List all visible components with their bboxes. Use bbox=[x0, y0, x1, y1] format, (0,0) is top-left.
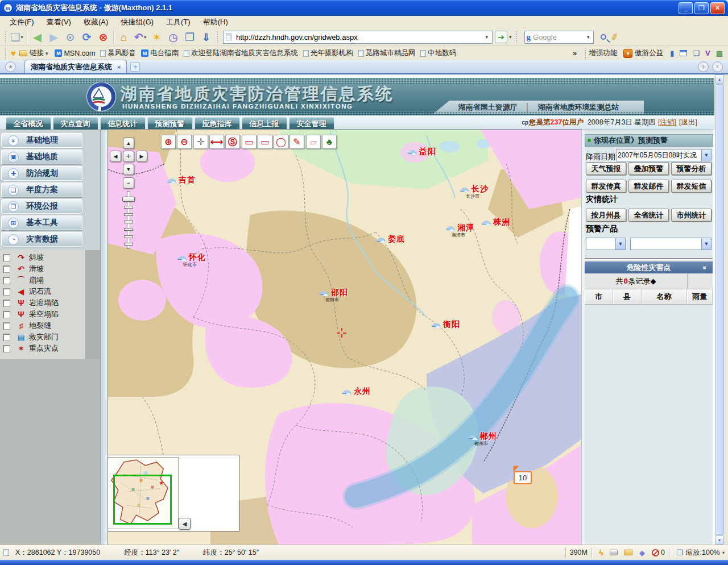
links-folder-label[interactable]: 链接 bbox=[30, 48, 44, 58]
layer-checkbox[interactable] bbox=[3, 322, 10, 330]
new-folder-icon[interactable] bbox=[624, 550, 632, 555]
forward-button[interactable]: ▶ bbox=[46, 30, 62, 45]
link-item[interactable]: 欢迎登陆湖南省地质灾害信息系统 bbox=[184, 48, 298, 58]
home-button[interactable]: ⌂ bbox=[115, 30, 132, 45]
document-icon[interactable]: ❏ bbox=[693, 49, 700, 57]
sidebar-splitter[interactable] bbox=[100, 130, 108, 545]
nav-tab-6[interactable]: 信息上报 bbox=[242, 117, 287, 130]
layer-checkbox[interactable] bbox=[3, 277, 10, 284]
pan-center-button[interactable]: ✛ bbox=[123, 151, 134, 162]
sidebar-item[interactable]: »基础地理 bbox=[1, 133, 82, 148]
select-arrow-icon[interactable]: ▼ bbox=[701, 238, 711, 250]
search-icon[interactable] bbox=[601, 34, 606, 40]
browser-window-icon[interactable] bbox=[680, 50, 687, 56]
scrollbar-thumb[interactable] bbox=[715, 84, 724, 535]
undo-button[interactable]: ↶▾ bbox=[132, 30, 148, 45]
search-engine-dropdown-icon[interactable]: ▾ bbox=[585, 34, 592, 40]
link-item[interactable]: 光年摄影机构 bbox=[303, 48, 353, 58]
plugin-diamond-icon[interactable]: ◆ bbox=[639, 549, 645, 557]
searchbar-grip-handle[interactable] bbox=[516, 31, 518, 43]
menu-item[interactable]: 查看(V) bbox=[40, 16, 77, 28]
boost-lightning-icon[interactable]: ϟ bbox=[599, 548, 603, 558]
active-tab[interactable]: 湖南省地质灾害信息系统 × bbox=[24, 60, 127, 73]
menu-item[interactable]: 快捷组(G) bbox=[114, 16, 160, 28]
pan-tool-button[interactable]: ✛ bbox=[193, 135, 208, 149]
sidebar-item[interactable]: ▣基础地质 bbox=[1, 149, 82, 164]
new-tab-button[interactable]: + bbox=[130, 62, 140, 72]
favorites-star-button[interactable]: ★ bbox=[5, 61, 16, 72]
panel-button[interactable]: 市州统计 bbox=[671, 209, 712, 222]
link-item[interactable]: M电台指南 bbox=[141, 48, 179, 58]
printer-icon[interactable] bbox=[610, 550, 618, 555]
select-circle-tool-button[interactable]: ◯ bbox=[274, 135, 288, 149]
sidebar-item[interactable]: ⊞基本工具 bbox=[1, 215, 82, 230]
download-button[interactable]: ⇓ bbox=[198, 30, 214, 45]
v-pen-icon[interactable]: V bbox=[705, 49, 710, 57]
warning-product-select-2[interactable]: ▼ bbox=[630, 238, 712, 250]
stop-button[interactable]: ⊗ bbox=[95, 30, 111, 45]
link-geo-environment-station[interactable]: 湖南省地质环境监测总站 bbox=[538, 102, 619, 113]
nav-tab-5[interactable]: 应急指挥 bbox=[195, 117, 240, 130]
logout-link[interactable]: [注销] bbox=[658, 118, 676, 127]
panel-button[interactable]: 叠加预警 bbox=[628, 162, 669, 175]
go-button[interactable]: ➔ bbox=[495, 31, 507, 43]
plugins-grip-handle[interactable] bbox=[585, 47, 586, 60]
nav-tab-1[interactable]: 全省概况 bbox=[6, 117, 51, 130]
panel-button[interactable]: 天气预报 bbox=[586, 162, 626, 175]
nav-tab-4[interactable]: 预测预警 bbox=[147, 117, 193, 130]
nav-tab-7[interactable]: 安全管理 bbox=[289, 117, 334, 130]
overview-extent-rectangle[interactable] bbox=[113, 475, 172, 525]
overview-collapse-button[interactable]: ◀ bbox=[179, 518, 191, 530]
addressbar-grip-handle[interactable] bbox=[217, 31, 218, 43]
map-viewport[interactable]: 10 ★ ◀ bbox=[108, 130, 581, 545]
select-arrow-icon[interactable]: ▼ bbox=[701, 149, 711, 161]
warning-product-select-1[interactable]: ▼ bbox=[586, 238, 626, 250]
new-page-button[interactable]: ❏▾ bbox=[9, 30, 25, 45]
eraser-tool-button[interactable]: ▱ bbox=[306, 135, 321, 149]
clock-button[interactable]: ◷ bbox=[165, 30, 181, 45]
zoom-out-tool-button[interactable]: ⊖ bbox=[177, 135, 192, 149]
full-extent-tool-button[interactable]: ♣ bbox=[322, 135, 337, 149]
sidebar-item[interactable]: ◔灾害数据 bbox=[1, 232, 82, 247]
layer-checkbox[interactable] bbox=[3, 300, 10, 307]
pan-up-button[interactable]: ▲ bbox=[123, 138, 134, 149]
layer-checkbox[interactable] bbox=[3, 265, 10, 273]
pan-left-button[interactable]: ◀ bbox=[110, 151, 121, 162]
menu-item[interactable]: 帮助(H) bbox=[197, 16, 234, 28]
zoom-in-tool-button[interactable]: ⊕ bbox=[161, 135, 176, 149]
toolbar-grip-handle[interactable] bbox=[5, 31, 6, 43]
scroll-up-icon[interactable]: ▲ bbox=[715, 74, 724, 84]
nav-tab-3[interactable]: 信息统计 bbox=[100, 117, 146, 130]
clear-selection-tool-button[interactable]: ▭ bbox=[258, 135, 272, 149]
phone-icon[interactable]: ▮ bbox=[670, 49, 674, 57]
panel-button[interactable]: 群发邮件 bbox=[628, 180, 669, 193]
maxthon-charity-shield-icon[interactable]: ♥ bbox=[623, 49, 632, 58]
zoom-slider-handle[interactable] bbox=[122, 197, 135, 202]
sidebar-item[interactable]: ❐环境公报 bbox=[1, 199, 82, 214]
highlighter-icon[interactable]: ✐ bbox=[609, 31, 619, 43]
warning-flag-marker[interactable]: 10 bbox=[514, 471, 532, 484]
select-arrow-icon[interactable]: ▼ bbox=[615, 238, 625, 250]
exit-link[interactable]: [退出] bbox=[679, 118, 697, 127]
refresh-button[interactable]: ⟳ bbox=[78, 30, 95, 45]
links-overflow-chevron[interactable]: » bbox=[573, 49, 577, 57]
split-window-button[interactable]: ❐ bbox=[181, 30, 198, 45]
title-bar[interactable]: m 湖南省地质灾害信息系统 - 傲游(Maxthon) 2.1.1 _❐× bbox=[0, 0, 728, 16]
address-bar[interactable]: http://dzzh.hndh.gov.cn/gridweb.aspx ▾ bbox=[223, 31, 493, 44]
menu-item[interactable]: 文件(F) bbox=[3, 16, 40, 28]
select-rect-tool-button[interactable]: ▭ bbox=[242, 135, 257, 149]
close-button[interactable]: × bbox=[710, 2, 725, 14]
layer-checkbox[interactable] bbox=[3, 334, 10, 341]
wrench-icon[interactable]: ✛ bbox=[698, 61, 709, 72]
cube-icon[interactable]: ▩ bbox=[716, 49, 723, 57]
panel-button[interactable]: 全省统计 bbox=[628, 209, 669, 222]
pan-right-button[interactable]: ▶ bbox=[136, 151, 147, 162]
danger-points-header[interactable]: 危险性灾害点 » bbox=[585, 261, 713, 273]
zoom-dropdown-icon[interactable]: ▾ bbox=[722, 550, 725, 555]
link-item[interactable]: 中地数码 bbox=[420, 48, 456, 58]
panel-button[interactable]: 按月州县 bbox=[586, 209, 626, 222]
search-placeholder[interactable]: Google bbox=[533, 33, 585, 41]
layer-checkbox[interactable] bbox=[3, 288, 10, 296]
linksbar-grip-handle[interactable] bbox=[5, 47, 6, 60]
address-url[interactable]: http://dzzh.hndh.gov.cn/gridweb.aspx bbox=[236, 33, 483, 41]
